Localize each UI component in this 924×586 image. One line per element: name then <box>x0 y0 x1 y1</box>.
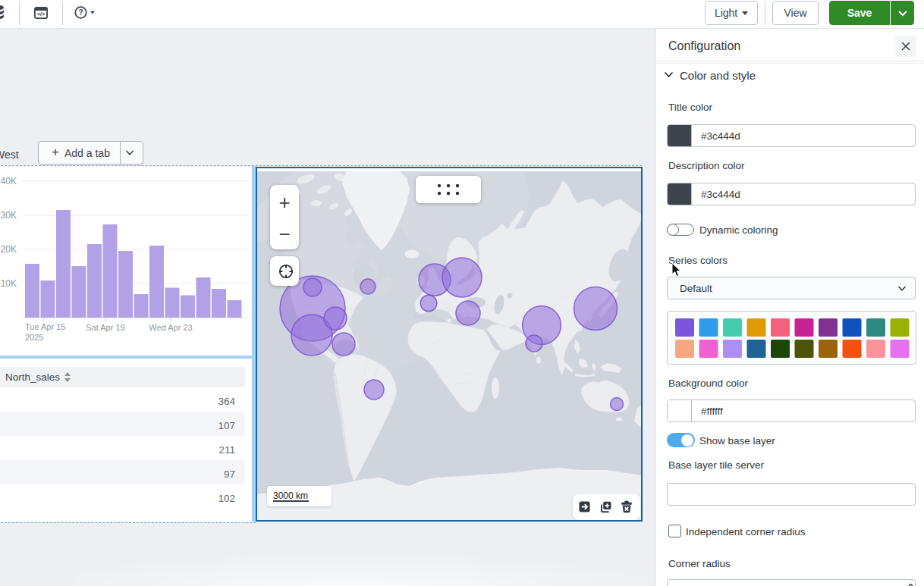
svg-text:2025: 2025 <box>25 333 43 342</box>
svg-text:?: ? <box>78 8 83 17</box>
svg-text:Tue Apr 15: Tue Apr 15 <box>25 322 65 331</box>
svg-text:Wed Apr 23: Wed Apr 23 <box>149 323 192 332</box>
svg-text:Sat Apr 19: Sat Apr 19 <box>86 323 124 332</box>
svg-text:20K: 20K <box>1 244 17 255</box>
svg-text:30K: 30K <box>1 210 17 221</box>
svg-text:</>: </> <box>37 11 45 17</box>
svg-text:10K: 10K <box>1 278 17 289</box>
svg-text:40K: 40K <box>1 176 17 186</box>
